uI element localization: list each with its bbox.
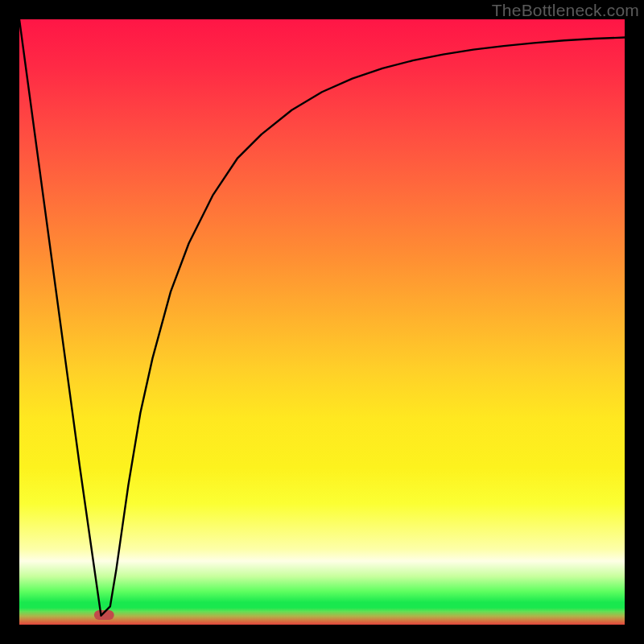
optimal-zone-marker <box>94 610 114 620</box>
plot-area <box>19 19 625 625</box>
chart-frame: TheBottleneck.com <box>0 0 644 644</box>
watermark-text: TheBottleneck.com <box>492 1 639 20</box>
bottleneck-curve <box>19 19 625 616</box>
curve-layer <box>19 19 625 625</box>
